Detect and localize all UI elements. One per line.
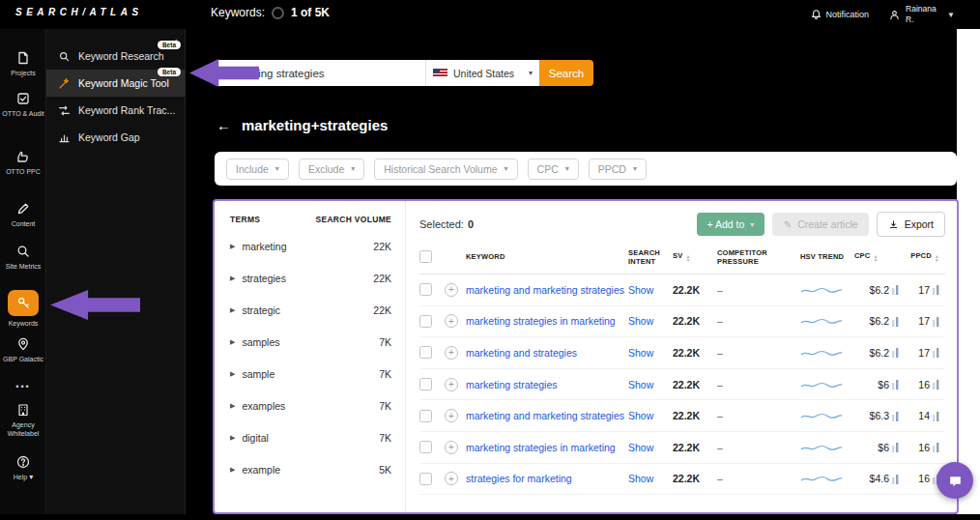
add-keyword-icon[interactable]: + (445, 409, 458, 422)
keyword-link[interactable]: marketing and marketing strategies (466, 284, 628, 296)
sidebar-item-otto-ppc[interactable]: OTTO PPC (0, 149, 46, 176)
export-button[interactable]: Export (877, 212, 945, 237)
ppcd-value: 17 (905, 284, 945, 296)
hsv-trend-sparkline (800, 346, 854, 360)
mini-bars-icon (892, 411, 899, 421)
chat-widget-button[interactable] (937, 462, 973, 499)
keyword-link[interactable]: marketing strategies (466, 379, 628, 390)
menu-item-keyword-gap[interactable]: Keyword Gap (46, 124, 186, 151)
show-intent-link[interactable]: Show (628, 410, 673, 421)
add-keyword-icon[interactable]: + (445, 472, 458, 485)
row-checkbox[interactable] (419, 441, 432, 453)
site-metrics-search-icon (0, 244, 46, 259)
col-sv[interactable]: SV▲▼ (673, 251, 717, 263)
expand-arrow-icon: ▶ (230, 370, 235, 378)
term-row[interactable]: ▶samples 7K (230, 326, 391, 358)
sidebar-item-agency-whitelabel[interactable]: Agency Whitelabel (0, 402, 46, 438)
col-ppcd[interactable]: PPCD▲▼ (905, 251, 945, 263)
sidebar-item-otto-audit[interactable]: OTTO & Audit (0, 91, 46, 118)
cpc-value: $6.2 (854, 315, 905, 327)
ppcd-value: 17 (905, 315, 945, 327)
hsv-trend-sparkline (800, 378, 854, 391)
expand-arrow-icon: ▶ (230, 402, 235, 410)
menu-item-keyword-research[interactable]: Keyword Research Beta (46, 43, 186, 70)
row-checkbox[interactable] (419, 315, 432, 328)
filter-exclude[interactable]: Exclude▾ (299, 159, 364, 180)
add-keyword-icon[interactable]: + (445, 346, 458, 360)
hsv-trend-sparkline (800, 472, 854, 485)
sidebar-more-menu[interactable]: ••• (0, 382, 46, 391)
row-checkbox[interactable] (419, 346, 432, 359)
top-bar: SEARCH/ATLAS Keywords: 1 of 5K Notificat… (0, 0, 980, 29)
sort-icon: ▲▼ (873, 254, 878, 263)
keyword-link[interactable]: marketing strategies in marketing (466, 442, 628, 453)
primary-sidebar: Projects OTTO & Audit OTTO PPC Content S… (0, 29, 46, 514)
keywords-submenu-panel: ‹ Keyword Research Beta Keyword Magic To… (46, 29, 186, 514)
keyword-gap-chart-icon (58, 131, 71, 144)
row-checkbox[interactable] (419, 473, 432, 485)
select-all-checkbox[interactable] (419, 250, 432, 263)
sidebar-item-content[interactable]: Content (0, 201, 46, 228)
add-to-button[interactable]: + Add to▾ (697, 213, 765, 236)
row-checkbox[interactable] (419, 378, 432, 390)
expand-arrow-icon: ▶ (230, 434, 235, 442)
hsv-trend-sparkline (800, 283, 854, 297)
notification-button[interactable]: Notification (810, 9, 870, 21)
filter-ppcd[interactable]: PPCD▾ (589, 159, 647, 180)
term-row[interactable]: ▶strategic 22K (230, 294, 391, 326)
col-cpc[interactable]: CPC▲▼ (854, 251, 905, 263)
keyword-link[interactable]: marketing and strategies (466, 347, 628, 359)
sv-value: 22.2K (673, 379, 717, 390)
mini-bars-icon (933, 379, 939, 390)
filter-include[interactable]: Include▾ (226, 159, 289, 180)
create-article-button[interactable]: ✎ Create article (772, 213, 868, 236)
competitor-pressure-value: – (717, 347, 800, 359)
country-select[interactable]: United States ▾ (425, 60, 539, 86)
add-keyword-icon[interactable]: + (445, 378, 458, 391)
show-intent-link[interactable]: Show (628, 284, 673, 296)
table-row: + marketing strategies in marketing Show… (419, 432, 945, 464)
row-checkbox[interactable] (419, 283, 432, 296)
add-keyword-icon[interactable]: + (445, 441, 458, 454)
filter-cpc[interactable]: CPC▾ (528, 159, 579, 180)
agency-building-icon (0, 402, 46, 418)
show-intent-link[interactable]: Show (628, 347, 673, 359)
cpc-value: $4.6 (854, 473, 905, 484)
add-keyword-icon[interactable]: + (445, 314, 458, 328)
search-volume-column-header: SEARCH VOLUME (315, 215, 391, 224)
keyword-link[interactable]: marketing strategies in marketing (466, 315, 628, 327)
term-row[interactable]: ▶digital 7K (230, 421, 391, 453)
row-checkbox[interactable] (419, 410, 432, 422)
show-intent-link[interactable]: Show (628, 473, 673, 484)
show-intent-link[interactable]: Show (628, 442, 673, 453)
user-menu[interactable]: Rainana R. ▼ (888, 4, 955, 24)
menu-item-keyword-magic-tool[interactable]: Keyword Magic Tool Beta (46, 70, 186, 97)
hsv-trend-sparkline (800, 409, 854, 422)
chevron-down-icon: ▾ (750, 220, 754, 229)
menu-item-keyword-rank-tracker[interactable]: Keyword Rank Trac... (46, 97, 186, 124)
terms-sidebar: TERMS SEARCH VOLUME ▶marketing 22K ▶stra… (215, 201, 406, 512)
show-intent-link[interactable]: Show (628, 315, 673, 327)
competitor-pressure-value: – (717, 379, 800, 390)
back-arrow-icon[interactable]: ← (216, 117, 231, 133)
search-button[interactable]: Search (539, 60, 593, 86)
term-row[interactable]: ▶sample 7K (230, 358, 391, 390)
term-row[interactable]: ▶strategies 22K (230, 262, 391, 294)
add-keyword-icon[interactable]: + (445, 283, 458, 297)
sidebar-item-help[interactable]: Help ▾ (0, 454, 46, 482)
show-intent-link[interactable]: Show (628, 379, 673, 390)
usage-gauge-icon (272, 7, 284, 19)
term-row[interactable]: ▶example 5K (230, 453, 391, 485)
keyword-link[interactable]: marketing and marketing strategies (466, 410, 628, 421)
sidebar-item-gbp-galactic[interactable]: GBP Galactic (0, 336, 46, 363)
filter-historical-search-volume[interactable]: Historical Search Volume▾ (374, 159, 517, 180)
keyword-link[interactable]: strategies for marketing (466, 473, 628, 484)
sv-value: 22.2K (673, 410, 717, 421)
sidebar-item-keywords[interactable]: Keywords (0, 290, 46, 328)
selected-count: Selected:0 (419, 218, 474, 230)
sidebar-item-site-metrics[interactable]: Site Metrics (0, 244, 46, 271)
term-row[interactable]: ▶examples 7K (230, 390, 391, 421)
sv-value: 22.2K (673, 284, 717, 296)
sidebar-item-projects[interactable]: Projects (0, 50, 46, 77)
term-row[interactable]: ▶marketing 22K (230, 230, 391, 262)
